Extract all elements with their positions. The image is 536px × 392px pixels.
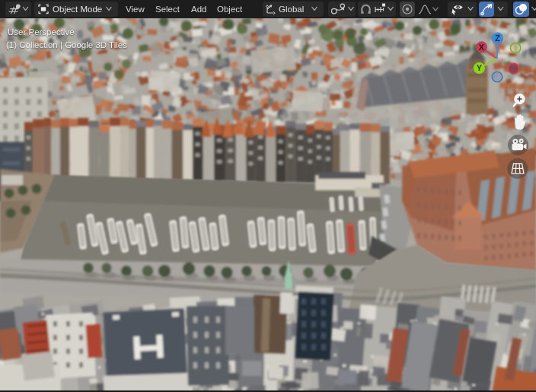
svg-text:Add: Add bbox=[191, 5, 206, 14]
svg-text:Z: Z bbox=[495, 33, 500, 43]
svg-text:Global: Global bbox=[279, 5, 304, 14]
svg-text:Select: Select bbox=[155, 5, 180, 14]
svg-text:Object Mode: Object Mode bbox=[53, 5, 102, 14]
svg-text:Y: Y bbox=[477, 63, 483, 72]
svg-text:View: View bbox=[126, 5, 145, 14]
svg-text:X: X bbox=[479, 43, 485, 52]
svg-text:Object: Object bbox=[217, 5, 243, 14]
